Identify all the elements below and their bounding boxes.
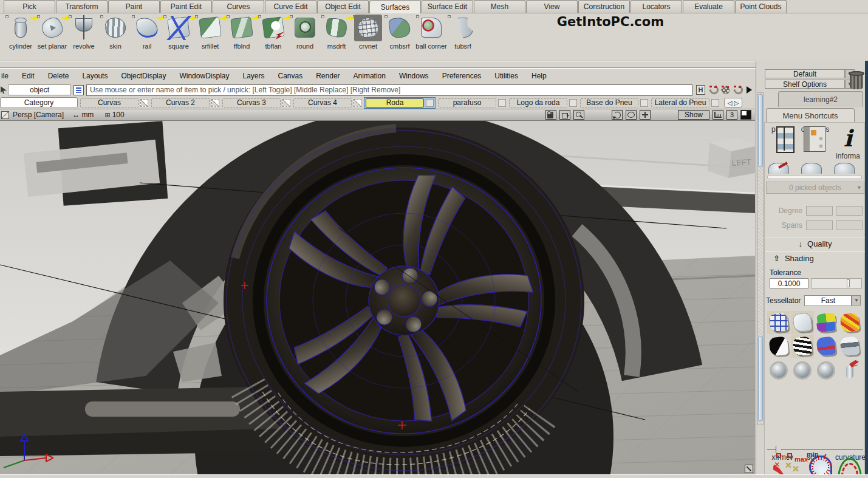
layer-state-icon[interactable] [140, 99, 148, 107]
palette-button[interactable]: palette [767, 125, 798, 134]
tool-button[interactable]: ffblnd [226, 15, 258, 58]
display-mode-button[interactable] [838, 335, 861, 358]
menu-item[interactable]: Render [316, 72, 340, 80]
layer-scroll-left-icon[interactable]: ◁ [728, 100, 733, 106]
display-mode-button[interactable] [815, 311, 838, 334]
spans-field-v[interactable] [836, 220, 863, 230]
scrollbar-thumb[interactable] [758, 336, 763, 421]
menu-item[interactable]: ile [1, 72, 9, 80]
shelf-tab[interactable]: Curve Edit [265, 0, 316, 13]
shelf-tab[interactable]: Paint Edit [160, 0, 212, 13]
prompt-input[interactable]: Use mouse or enter name of item to pick … [86, 84, 692, 96]
tolerance-slider[interactable] [811, 278, 862, 289]
layer-state-icon[interactable] [426, 99, 434, 107]
shelf-tab[interactable]: Paint [108, 0, 160, 13]
layer-state-icon[interactable] [282, 99, 290, 107]
trash-icon[interactable] [849, 70, 864, 90]
object-lister-button[interactable]: object lis [800, 125, 830, 134]
shelf-options-dropdown[interactable]: Shelf Options ▼ [765, 80, 845, 89]
shelf-tab[interactable]: Transform [56, 0, 108, 13]
layer-name[interactable]: Base do Pneu [580, 98, 638, 108]
shelf-tab[interactable]: View [526, 0, 578, 13]
window-layout-icon[interactable] [740, 110, 751, 120]
tool-button[interactable]: cmbsrf [384, 15, 415, 58]
tool-button[interactable]: revolve [68, 15, 100, 58]
layer-category-button[interactable]: Category [0, 97, 78, 108]
display-mode-button[interactable] [815, 359, 838, 382]
shelf-tab[interactable]: Evaluate [683, 0, 734, 13]
layer-state-icon[interactable] [569, 99, 577, 107]
panel-scrollbar[interactable] [757, 92, 764, 425]
scnsrf-button[interactable]: min max scnsrf [800, 453, 833, 462]
tool-button[interactable]: rail [131, 15, 163, 58]
shelf-set-dropdown[interactable]: Default ▼ [765, 69, 845, 78]
layer-name[interactable]: Roda [366, 98, 424, 108]
display-mode-button[interactable] [767, 335, 790, 358]
grid-snap-icon[interactable] [721, 86, 730, 94]
tool-button[interactable]: srfillet [194, 15, 226, 58]
prompt-history-list-icon[interactable] [73, 85, 84, 95]
layer-item[interactable]: Curvas [80, 98, 149, 108]
information-button[interactable]: i informa [833, 125, 863, 160]
lookat-icon[interactable] [626, 110, 637, 120]
show-menu-button[interactable]: Show [678, 110, 709, 120]
display-mode-button[interactable] [767, 311, 790, 334]
tool-button[interactable]: skin [100, 15, 131, 58]
menu-item[interactable]: Preferences [442, 72, 482, 80]
menu-item[interactable]: ObjectDisplay [121, 72, 166, 80]
display-mode-button[interactable] [791, 311, 814, 334]
menu-item[interactable]: Animation [354, 72, 386, 80]
layer-name[interactable]: Curvas 2 [151, 98, 210, 108]
shelf-tab[interactable]: Object Edit [317, 0, 369, 13]
viewport-canvas[interactable]: LEFT [0, 121, 755, 475]
curve-snap-icon[interactable] [733, 86, 742, 94]
tool-button[interactable]: tbflan [258, 15, 289, 58]
layer-item[interactable]: Roda [364, 97, 436, 109]
pick-object-selector[interactable]: object [8, 84, 71, 95]
tool-button[interactable]: set planar [36, 15, 68, 58]
shelf-tab[interactable]: Surfaces [369, 0, 421, 13]
layer-item[interactable]: Curvas 2 [151, 98, 220, 108]
viewport-title-bar[interactable]: Persp [Camera] mm 100 Show 3 [0, 109, 755, 121]
layer-name[interactable]: Curvas 4 [293, 98, 352, 108]
layer-item[interactable]: Curvas 3 [222, 98, 291, 108]
layer-name[interactable]: Logo da roda [509, 98, 567, 108]
camera-view-icon[interactable] [559, 110, 570, 120]
xfrmcv-button[interactable]: ✕ ✕✕ xfrmcv [766, 453, 799, 462]
clipped-tool-icon[interactable] [834, 163, 855, 174]
layer-item[interactable]: Curvas 4 [293, 98, 362, 108]
tool-button[interactable]: cylinder [5, 15, 36, 58]
spans-field-u[interactable] [806, 220, 833, 230]
picked-objects-dropdown[interactable]: 0 picked objects ▼ [766, 182, 864, 194]
zoom-icon[interactable] [573, 110, 584, 120]
layer-state-icon[interactable] [640, 99, 648, 107]
layer-scroll-right-icon[interactable]: ▷ [734, 100, 739, 106]
display-mode-button[interactable] [838, 311, 861, 334]
layer-item[interactable]: Lateral do Pneu [651, 98, 720, 108]
layer-name[interactable]: Curvas 3 [222, 98, 281, 108]
degree-field-u[interactable] [806, 206, 833, 216]
layer-name[interactable]: parafuso [438, 98, 496, 108]
ruler-icon[interactable] [713, 110, 723, 120]
shelf-tab[interactable]: Pick [4, 0, 55, 13]
viewport-resize-handle[interactable] [745, 465, 753, 473]
tessellator-dropdown[interactable]: Fast ▼ [804, 295, 852, 306]
layer-state-icon[interactable] [354, 99, 361, 107]
slider-handle[interactable] [847, 279, 850, 287]
display-mode-button[interactable] [838, 359, 861, 382]
promptline-expand-icon[interactable] [747, 86, 752, 94]
tool-button[interactable]: msdrft [321, 15, 352, 58]
menu-item[interactable]: Canvas [278, 72, 303, 80]
shelf-tab[interactable]: Surface Edit [422, 0, 473, 13]
menu-item[interactable]: Utilities [494, 72, 518, 80]
layer-scroll-buttons[interactable]: ◁ ▷ [724, 98, 742, 108]
viewport-split-icon[interactable] [1, 111, 9, 119]
layer-name[interactable]: Lateral do Pneu [651, 98, 709, 108]
tool-button[interactable]: round [289, 15, 321, 58]
scrollbar-thumb[interactable] [758, 94, 763, 167]
degree-field-v[interactable] [836, 206, 863, 216]
menu-shortcuts-tab[interactable]: Menu Shortcuts [766, 108, 855, 123]
layer-state-icon[interactable] [211, 99, 219, 107]
curvature-button[interactable]: curvature [834, 453, 867, 462]
tool-button[interactable]: tubsrf [447, 15, 479, 58]
